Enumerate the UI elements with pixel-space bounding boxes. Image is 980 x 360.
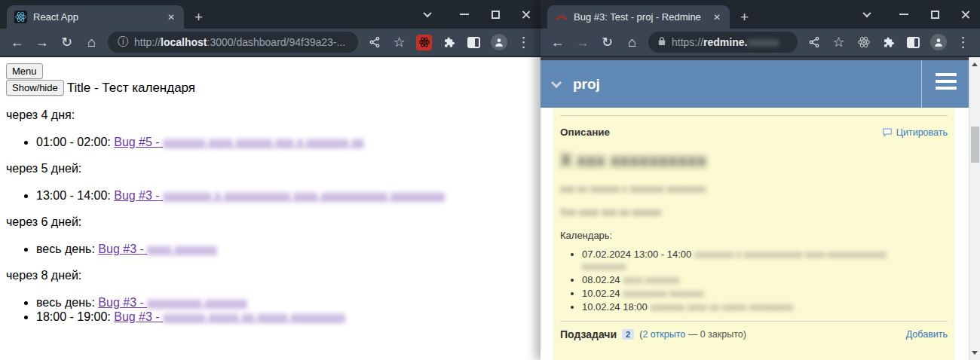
event-item: 13:00 - 14:00: Bug #3 - xxxxxxxx x xxxxx… [36, 188, 541, 203]
open-subtasks-link[interactable]: 2 открыто [642, 329, 685, 340]
bookmark-star-icon[interactable]: ☆ [387, 31, 411, 53]
bug-link[interactable]: Bug #3 - xxxx xxxxxxx [98, 243, 216, 255]
minimize-button[interactable] [459, 9, 470, 20]
new-tab-button[interactable]: + [740, 10, 749, 24]
browser-menu-icon[interactable]: ⋮ [512, 31, 535, 53]
forward-button[interactable]: → [571, 31, 594, 53]
react-favicon-icon [14, 11, 27, 23]
redacted-paragraph: xxx xx xxxxxx x xxxxxxx xxxxxxxx [560, 183, 948, 194]
address-bar[interactable]: ⓘ http://localhost:3000/dashboard/94f39a… [108, 32, 358, 53]
minimize-button[interactable] [899, 9, 909, 20]
event-item: весь день: Bug #3 - xxxxxxxxx xxxxxxx [36, 295, 541, 310]
react-devtools-extension-icon[interactable] [852, 31, 875, 53]
tab-redmine[interactable]: Bug #3: Test - proj - Redmine ✕ [547, 5, 730, 29]
calendar-date: 10.02.24 18:00 [582, 301, 648, 313]
section-heading: через 4 дня: [6, 108, 541, 122]
scrollbar-thumb[interactable] [971, 127, 979, 163]
side-panel-icon[interactable] [902, 31, 925, 53]
profile-avatar[interactable] [926, 31, 950, 53]
react-dashboard-page: Menu Show/hide Title - Тест календаря че… [0, 57, 541, 324]
redacted-text: xxxxxxxxx xxxxxxx [147, 296, 247, 309]
left-toolbar: ← → ↻ ⌂ ⓘ http://localhost:3000/dashboar… [0, 29, 541, 57]
right-browser-window: Bug #3: Test - proj - Redmine ✕ + ← → ↻ … [541, 0, 980, 360]
back-button[interactable]: ← [546, 31, 569, 53]
event-item: весь день: Bug #3 - xxxx xxxxxxx [36, 242, 541, 256]
calendar-date: 10.02.24 [582, 288, 620, 299]
event-time: весь день: [36, 296, 95, 309]
left-titlebar: React App ✕ + [0, 0, 541, 29]
tab-title: Bug #3: Test - proj - Redmine [574, 11, 706, 23]
lock-icon[interactable] [658, 36, 666, 48]
url-text: http://localhost:3000/dashboard/94f39a23… [134, 36, 345, 48]
info-icon[interactable]: ⓘ [118, 35, 128, 49]
tab-close-icon[interactable]: ✕ [712, 12, 722, 23]
close-button[interactable] [960, 9, 971, 20]
collapse-chevron-icon[interactable] [551, 77, 562, 87]
maximize-button[interactable] [929, 9, 940, 20]
side-panel-icon[interactable] [462, 31, 485, 53]
back-button[interactable]: ← [5, 31, 29, 53]
new-tab-button[interactable]: + [194, 10, 203, 24]
divider [560, 115, 948, 116]
event-list: 01:00 - 02:00: Bug #5 - xxxxxxx xxxx xxx… [6, 135, 541, 149]
maximize-button[interactable] [490, 9, 501, 20]
event-item: 01:00 - 02:00: Bug #5 - xxxxxxx xxxx xxx… [36, 135, 541, 149]
bug-link[interactable]: Bug #3 - xxxxxxx xxxxx xx xxxxx xxxxxxxx… [114, 310, 345, 323]
redacted-text: xxxxxxxxx xxxxxxx [623, 288, 704, 299]
bug-link[interactable]: Bug #3 - xxxxxxxx x xxxxxxxxxxx xxxx xxx… [114, 189, 445, 202]
redacted-text: xxxxxxxx x xxxxxxxxxxx xxxx xxxxxxxxxxx … [163, 189, 445, 202]
subtasks-heading: Подзадачи [560, 328, 617, 340]
redacted-text: xxxxxxx xxxxx xx xxxxx xxxxxxxxx [163, 310, 345, 323]
redacted-text: xxxx xxxxxxx [623, 274, 679, 285]
react-devtools-extension-icon[interactable] [412, 31, 436, 53]
speech-bubble-icon [882, 128, 893, 137]
project-name: proj [573, 76, 600, 93]
description-heading: Описание [560, 127, 610, 138]
tab-react-app[interactable]: React App ✕ [7, 5, 184, 29]
tab-list-chevron-icon[interactable] [422, 9, 433, 20]
address-bar[interactable]: https://redmine.xxxxxx [648, 32, 798, 53]
calendar-item: 08.02.24 xxxx xxxxxxx [582, 274, 922, 286]
tab-list-chevron-icon[interactable] [862, 9, 872, 20]
extensions-puzzle-icon[interactable] [877, 31, 900, 53]
page-scrollbar[interactable] [969, 57, 980, 360]
scroll-up-arrow-icon[interactable] [972, 63, 978, 66]
issue-detail-panel: Описание Цитировать X xxx xxxxxxxxxx xxx… [553, 108, 954, 360]
divider [560, 321, 948, 322]
event-list: весь день: Bug #3 - xxxx xxxxxxx [6, 242, 541, 256]
bookmark-star-icon[interactable]: ☆ [827, 31, 850, 53]
forward-button[interactable]: → [30, 31, 54, 53]
quote-link[interactable]: Цитировать [882, 127, 948, 138]
section-heading: через 6 дней: [6, 215, 541, 229]
calendar-item: 07.02.2024 13:00 - 14:00 xxxxxxxx x xxxx… [582, 249, 922, 273]
showhide-button[interactable]: Show/hide [6, 80, 64, 96]
profile-avatar[interactable] [487, 31, 510, 53]
menu-button[interactable]: Menu [6, 63, 43, 79]
reload-button[interactable]: ↻ [596, 31, 619, 53]
event-list: весь день: Bug #3 - xxxxxxxxx xxxxxxx 18… [6, 295, 541, 324]
event-time: весь день: [36, 243, 95, 255]
redmine-favicon-icon [555, 11, 568, 23]
bug-link[interactable]: Bug #5 - xxxxxxx xxxx xxxxxx xxx x xxxxx… [114, 136, 364, 148]
hamburger-menu-button[interactable] [936, 73, 957, 90]
event-time: 01:00 - 02:00: [36, 136, 111, 148]
share-icon[interactable] [802, 31, 825, 53]
scroll-down-arrow-icon[interactable] [972, 351, 978, 355]
tab-close-icon[interactable]: ✕ [166, 12, 176, 23]
add-subtask-link[interactable]: Добавить [906, 329, 948, 340]
section-heading: через 5 дней: [6, 162, 541, 175]
home-button[interactable]: ⌂ [80, 31, 103, 53]
browser-menu-icon[interactable]: ⋮ [951, 31, 975, 53]
extensions-puzzle-icon[interactable] [437, 31, 461, 53]
subtasks-counts: (2 открыто — 0 закрыто) [639, 329, 746, 340]
close-button[interactable] [521, 9, 531, 20]
calendar-item: 10.02.24 xxxxxxxxx xxxxxxx [582, 288, 922, 300]
calendar-date: 07.02.2024 13:00 - 14:00 [582, 249, 691, 260]
reload-button[interactable]: ↻ [55, 31, 78, 53]
bug-link[interactable]: Bug #3 - xxxxxxxxx xxxxxxx [98, 296, 247, 309]
event-item: 18:00 - 19:00: Bug #3 - xxxxxxx xxxxx xx… [36, 310, 541, 324]
home-button[interactable]: ⌂ [620, 31, 644, 53]
window-controls [422, 0, 531, 29]
header-separator [921, 60, 922, 108]
share-icon[interactable] [363, 31, 386, 53]
